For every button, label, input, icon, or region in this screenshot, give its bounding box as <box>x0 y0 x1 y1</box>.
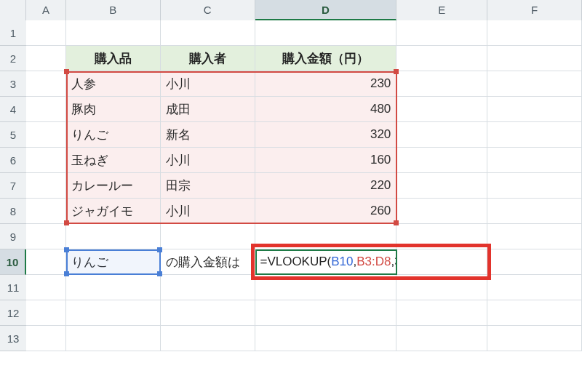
cell-C2-header[interactable]: 購入者 <box>161 46 255 71</box>
row-header-10[interactable]: 10 <box>0 249 26 275</box>
cell-F5[interactable] <box>487 122 582 148</box>
cell-E6[interactable] <box>396 148 487 173</box>
cell-F11[interactable] <box>487 275 582 300</box>
cell-F3[interactable] <box>487 71 582 97</box>
cell-A9[interactable] <box>26 224 66 249</box>
row-header-6[interactable]: 6 <box>0 148 26 173</box>
cell-D9[interactable] <box>255 224 397 249</box>
cell-E4[interactable] <box>396 97 487 122</box>
cell-D5[interactable]: 320 <box>255 122 397 148</box>
cell-A4[interactable] <box>26 97 66 122</box>
row-header-2[interactable]: 2 <box>0 46 26 71</box>
cell-D8[interactable]: 260 <box>255 199 397 224</box>
cell-F1[interactable] <box>487 20 582 46</box>
cell-B2-header[interactable]: 購入品 <box>66 46 161 71</box>
cell-E11[interactable] <box>396 275 487 300</box>
col-header-B[interactable]: B <box>66 0 161 20</box>
range-handle[interactable] <box>64 69 69 74</box>
cell-B9[interactable] <box>66 224 161 249</box>
cell-A7[interactable] <box>26 173 66 199</box>
cell-C6[interactable]: 小川 <box>161 148 255 173</box>
cell-C10[interactable]: の購入金額は <box>161 249 255 275</box>
cell-A13[interactable] <box>26 326 66 351</box>
cell-D3[interactable]: 230 <box>255 71 397 97</box>
cell-B6[interactable]: 玉ねぎ <box>66 148 161 173</box>
cell-C5[interactable]: 新名 <box>161 122 255 148</box>
row-header-4[interactable]: 4 <box>0 97 26 122</box>
cell-A8[interactable] <box>26 199 66 224</box>
cell-C11[interactable] <box>161 275 255 300</box>
cell-F8[interactable] <box>487 199 582 224</box>
cell-A10[interactable] <box>26 249 66 275</box>
cell-E7[interactable] <box>396 173 487 199</box>
row-header-1[interactable]: 1 <box>0 20 26 46</box>
ref-handle[interactable] <box>64 271 69 276</box>
cell-A2[interactable] <box>26 46 66 71</box>
cell-D7[interactable]: 220 <box>255 173 397 199</box>
col-header-E[interactable]: E <box>396 0 487 20</box>
cell-C7[interactable]: 田宗 <box>161 173 255 199</box>
row-header-7[interactable]: 7 <box>0 173 26 199</box>
cell-B10[interactable]: りんご <box>66 249 161 275</box>
cell-F10[interactable] <box>487 249 582 275</box>
cell-B7[interactable]: カレールー <box>66 173 161 199</box>
col-header-D[interactable]: D <box>255 0 397 20</box>
cell-D11[interactable] <box>255 275 397 300</box>
spreadsheet-viewport[interactable]: A B C D E F 1 2 3 4 5 6 7 8 9 10 11 12 1… <box>0 0 582 392</box>
cell-B13[interactable] <box>66 326 161 351</box>
cell-A5[interactable] <box>26 122 66 148</box>
cell-A12[interactable] <box>26 300 66 326</box>
cell-A6[interactable] <box>26 148 66 173</box>
cell-E9[interactable] <box>396 224 487 249</box>
cell-E12[interactable] <box>396 300 487 326</box>
cell-F6[interactable] <box>487 148 582 173</box>
col-header-A[interactable]: A <box>26 0 66 20</box>
range-handle[interactable] <box>64 220 69 225</box>
cell-C1[interactable] <box>161 20 255 46</box>
cell-C9[interactable] <box>161 224 255 249</box>
cell-F13[interactable] <box>487 326 582 351</box>
cell-F9[interactable] <box>487 224 582 249</box>
cell-E3[interactable] <box>396 71 487 97</box>
cell-E5[interactable] <box>396 122 487 148</box>
cell-E2[interactable] <box>396 46 487 71</box>
cell-E10[interactable] <box>396 249 487 275</box>
cell-B11[interactable] <box>66 275 161 300</box>
cell-D1[interactable] <box>255 20 397 46</box>
cell-D10-active[interactable]: =VLOOKUP(B10,B3:D8,3,FALSE) <box>255 249 396 275</box>
cell-D6[interactable]: 160 <box>255 148 397 173</box>
cell-B8[interactable]: ジャガイモ <box>66 199 161 224</box>
ref-handle[interactable] <box>157 271 162 276</box>
cell-C4[interactable]: 成田 <box>161 97 255 122</box>
cell-B3[interactable]: 人参 <box>66 71 161 97</box>
range-handle[interactable] <box>394 220 399 225</box>
row-header-5[interactable]: 5 <box>0 122 26 148</box>
cell-F7[interactable] <box>487 173 582 199</box>
cell-D12[interactable] <box>255 300 397 326</box>
col-header-F[interactable]: F <box>487 0 582 20</box>
select-all-corner[interactable] <box>0 0 26 20</box>
cell-A1[interactable] <box>26 20 66 46</box>
row-header-3[interactable]: 3 <box>0 71 26 97</box>
cell-B4[interactable]: 豚肉 <box>66 97 161 122</box>
cell-B12[interactable] <box>66 300 161 326</box>
cell-E8[interactable] <box>396 199 487 224</box>
cell-F4[interactable] <box>487 97 582 122</box>
row-header-13[interactable]: 13 <box>0 326 26 351</box>
ref-handle[interactable] <box>157 247 162 252</box>
cell-E13[interactable] <box>396 326 487 351</box>
cell-F12[interactable] <box>487 300 582 326</box>
cell-F2[interactable] <box>487 46 582 71</box>
cell-D13[interactable] <box>255 326 397 351</box>
cell-B5[interactable]: りんご <box>66 122 161 148</box>
row-header-8[interactable]: 8 <box>0 199 26 224</box>
row-header-12[interactable]: 12 <box>0 300 26 326</box>
col-header-C[interactable]: C <box>161 0 255 20</box>
ref-handle[interactable] <box>64 247 69 252</box>
cell-A3[interactable] <box>26 71 66 97</box>
cell-D4[interactable]: 480 <box>255 97 397 122</box>
cell-B1[interactable] <box>66 20 161 46</box>
cell-C13[interactable] <box>161 326 255 351</box>
cell-C12[interactable] <box>161 300 255 326</box>
row-header-11[interactable]: 11 <box>0 275 26 300</box>
